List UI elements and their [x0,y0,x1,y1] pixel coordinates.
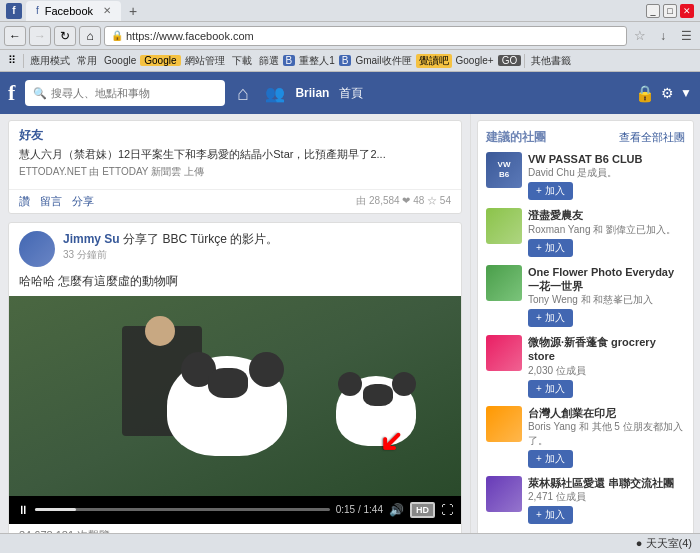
group-name-5[interactable]: 萊林縣社區愛還 串聯交流社團 [528,476,685,490]
star-icon[interactable]: ☆ [630,26,650,46]
group-item-0: VWB6 VW PASSAT B6 CLUB David Chu 是成員。 + … [486,152,685,200]
url-text: https://www.facebook.com [126,30,254,42]
address-bar[interactable]: 🔒 https://www.facebook.com [104,26,627,46]
video-post-time: 33 分鐘前 [63,248,451,262]
close-button[interactable]: ✕ [680,4,694,18]
apps-icon[interactable]: ⠿ [4,54,20,67]
maximize-button[interactable]: □ [663,4,677,18]
fb-dropdown-icon[interactable]: ▼ [680,86,692,100]
group-item-5: 萊林縣社區愛還 串聯交流社團 2,471 位成員 + 加入 [486,476,685,524]
group-avatar-0: VWB6 [486,152,522,188]
forward-button[interactable]: → [29,26,51,46]
toolbar-item-gmail[interactable]: Gmail收件匣 [352,54,414,68]
progress-bar[interactable] [35,508,330,511]
toolbar-item-gplus[interactable]: Google+ [453,55,497,66]
video-post-author[interactable]: Jimmy Su [63,232,120,246]
fb-nav-friends-icon[interactable]: 👥 [261,84,289,103]
fb-page-link[interactable]: 首頁 [339,85,363,102]
join-button-1[interactable]: + 加入 [528,239,573,257]
toolbar-sep-2 [524,54,525,68]
tab-close-icon[interactable]: ✕ [103,5,111,16]
group-meta-5: 2,471 位成員 [528,490,685,504]
toolbar-bookmark-google2[interactable]: Google [140,55,180,66]
tab-title: Facebook [45,5,93,17]
toolbar-item-b2[interactable]: B [339,55,352,66]
group-meta-2: Tony Weng 和 和慈峯已加入 [528,293,685,307]
join-button-5[interactable]: + 加入 [528,506,573,524]
toolbar-item-read[interactable]: 覺讀吧 [416,54,452,68]
browser-icon: f [6,3,22,19]
home-button[interactable]: ⌂ [79,26,101,46]
toolbar-item-google[interactable]: Google [101,55,139,66]
video-container[interactable]: ➜ ⏸ 0:15 / 1:44 🔊 HD ⛶ [9,296,461,524]
group-meta-4: Boris Yang 和 其他 5 位朋友都加入了。 [528,420,685,448]
join-button-3[interactable]: + 加入 [528,380,573,398]
new-tab-btn[interactable]: + [125,3,141,19]
download-icon[interactable]: ↓ [653,26,673,46]
toolbar-item-b1[interactable]: B [283,55,296,66]
group-item-1: 澄盡愛農友 Roxman Yang 和 劉偉立已加入。 + 加入 [486,208,685,256]
toolbar-sep-1 [23,54,24,68]
toolbar-item-refresh[interactable]: 重整人1 [296,54,338,68]
refresh-button[interactable]: ↻ [54,26,76,46]
group-avatar-2 [486,265,522,301]
video-controls-bar[interactable]: ⏸ 0:15 / 1:44 🔊 HD ⛶ [9,496,461,524]
group-avatar-4 [486,406,522,442]
video-caption: 哈哈哈 怎麼有這麼虛的動物啊 [9,271,461,296]
fb-search-box[interactable]: 🔍 [25,80,225,106]
group-avatar-3 [486,335,522,371]
see-all-link[interactable]: 查看全部社團 [619,130,685,145]
tab-favicon: f [36,5,39,16]
join-button-4[interactable]: + 加入 [528,450,573,468]
right-sidebar: 建議的社團 查看全部社團 VWB6 VW PASSAT B6 CLUB Davi… [470,114,700,533]
fb-logo: f [8,80,19,106]
view-count: 34,678,181 次觀覽 [9,524,461,534]
toolbar-item-go[interactable]: GO [498,55,522,66]
top-post-author: 好友 [19,127,451,144]
group-item-3: 微物源·新香蓬食 grocrery store 2,030 位成員 + 加入 [486,335,685,398]
toolbar-item-bookmarks[interactable]: 其他書籤 [528,54,574,68]
group-name-2[interactable]: One Flower Photo Everyday 一花一世界 [528,265,685,294]
hd-badge[interactable]: HD [410,502,435,518]
toolbar-item-download[interactable]: 下載 [229,54,255,68]
group-meta-0: David Chu 是成員。 [528,166,685,180]
group-item-2: One Flower Photo Everyday 一花一世界 Tony Wen… [486,265,685,328]
action-like-top[interactable]: 讚 [19,194,30,209]
top-post-source: ETTODAY.NET 由 ETTODAY 新聞雲 上傳 [19,165,451,179]
pause-button[interactable]: ⏸ [17,503,29,517]
toolbar-item-filter[interactable]: 篩選 [256,54,282,68]
toolbar-item-common[interactable]: 常用 [74,54,100,68]
top-post-stats: 由 28,584 ❤ 48 ☆ 54 [356,194,451,209]
action-share-top[interactable]: 分享 [72,194,94,209]
group-name-4[interactable]: 台灣人創業在印尼 [528,406,685,420]
back-button[interactable]: ← [4,26,26,46]
post-card-top: 好友 慧人六月（禁君妹）12日平案生下和李易愛的結晶小Star，比預產期早了2.… [8,120,462,214]
top-post-text: 慧人六月（禁君妹）12日平案生下和李易愛的結晶小Star，比預產期早了2... [19,146,451,163]
minimize-button[interactable]: _ [646,4,660,18]
action-comment-top[interactable]: 留言 [40,194,62,209]
toolbar-item-mode[interactable]: 應用模式 [27,54,73,68]
fb-settings-icon[interactable]: ⚙ [661,85,674,101]
fullscreen-icon[interactable]: ⛶ [441,503,453,517]
search-input[interactable] [51,87,217,99]
group-avatar-5 [486,476,522,512]
toolbar-item-admin[interactable]: 網站管理 [182,54,228,68]
chat-status[interactable]: ● 天天室(4) [636,536,692,551]
lock-icon: 🔒 [111,30,123,41]
group-name-0[interactable]: VW PASSAT B6 CLUB [528,152,685,166]
menu-icon[interactable]: ☰ [676,26,696,46]
group-name-1[interactable]: 澄盡愛農友 [528,208,685,222]
search-icon: 🔍 [33,87,47,100]
window-controls: _ □ ✕ [646,4,694,18]
volume-icon[interactable]: 🔊 [389,503,404,517]
active-tab[interactable]: f Facebook ✕ [26,1,121,21]
group-name-3[interactable]: 微物源·新香蓬食 grocrery store [528,335,685,364]
feed-column: 好友 慧人六月（禁君妹）12日平案生下和李易愛的結晶小Star，比預產期早了2.… [0,114,470,533]
fb-nav-home[interactable]: ⌂ [231,82,255,105]
join-button-2[interactable]: + 加入 [528,309,573,327]
join-button-0[interactable]: + 加入 [528,182,573,200]
status-bar: ● 天天室(4) [0,533,700,553]
fb-user-name[interactable]: Briian [295,86,329,100]
video-post-action: 分享了 BBC Türkçe 的影片。 [123,232,278,246]
fb-notification-icon[interactable]: 🔒 [635,84,655,103]
